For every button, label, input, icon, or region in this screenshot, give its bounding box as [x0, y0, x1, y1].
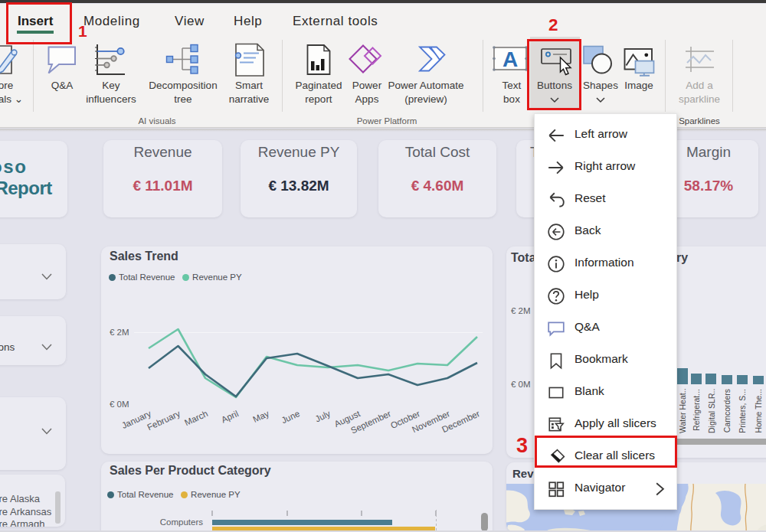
svg-text:A: A	[502, 47, 518, 71]
